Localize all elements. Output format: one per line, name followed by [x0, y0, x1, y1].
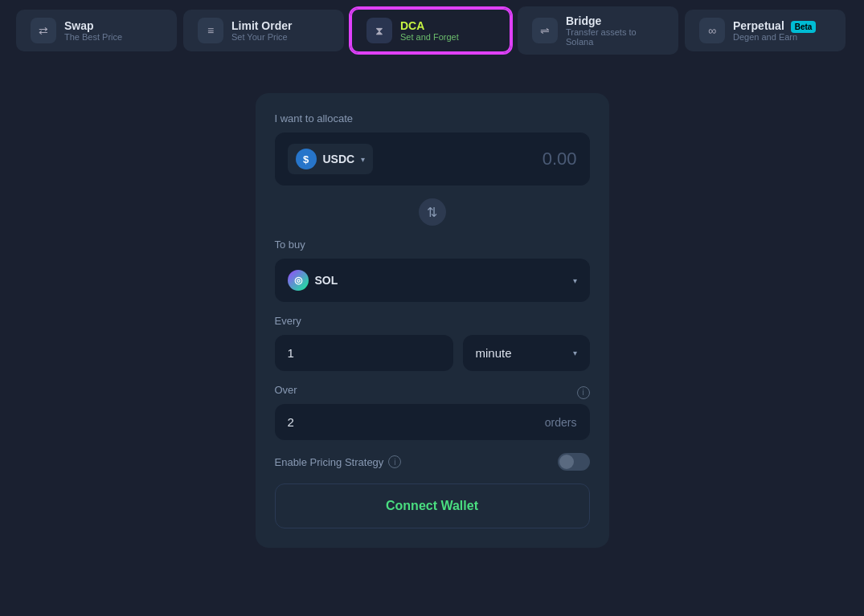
every-number-input[interactable]	[275, 335, 453, 371]
allocate-label: I want to allocate	[275, 112, 590, 124]
bridge-nav-title: Bridge	[566, 14, 664, 27]
pricing-strategy-label: Enable Pricing Strategy	[275, 456, 384, 468]
nav-item-dca[interactable]: ⧗ DCA Set and Forget	[350, 8, 511, 53]
toggle-thumb	[559, 455, 574, 469]
token-from-selector[interactable]: $ USDC ▾	[288, 144, 374, 174]
nav-item-bridge[interactable]: ⇌ Bridge Transfer assets to Solana	[518, 6, 678, 55]
token-from-chevron-icon: ▾	[361, 155, 365, 164]
main-content: I want to allocate $ USDC ▾ 0.00 ⇅ To bu…	[0, 61, 864, 580]
swap-nav-title: Swap	[64, 19, 122, 32]
token-to-name: SOL	[315, 274, 338, 287]
pricing-info-icon[interactable]: i	[388, 455, 401, 468]
top-navigation: ⇄ Swap The Best Price ≡ Limit Order Set …	[0, 0, 864, 61]
dca-nav-text: DCA Set and Forget	[400, 19, 459, 42]
dca-nav-subtitle: Set and Forget	[400, 32, 459, 42]
every-label: Every	[275, 315, 590, 327]
token-from-name: USDC	[323, 153, 355, 165]
dca-nav-title: DCA	[400, 19, 459, 32]
nav-item-swap[interactable]: ⇄ Swap The Best Price	[16, 10, 177, 51]
every-row: minute ▾	[275, 335, 590, 371]
bridge-nav-text: Bridge Transfer assets to Solana	[566, 14, 664, 47]
to-buy-section: To buy ◎ SOL ▾	[275, 239, 590, 302]
connect-wallet-label: Connect Wallet	[386, 499, 478, 512]
orders-input-row: 2 orders	[275, 404, 590, 440]
to-buy-label: To buy	[275, 239, 590, 251]
limit-order-nav-title: Limit Order	[231, 19, 292, 32]
every-section: Every minute ▾	[275, 315, 590, 371]
swap-nav-subtitle: The Best Price	[64, 32, 122, 42]
over-info-icon[interactable]: i	[577, 386, 590, 399]
usdc-icon: $	[296, 149, 317, 169]
sol-icon: ◎	[288, 270, 309, 291]
interval-selector[interactable]: minute ▾	[463, 335, 590, 371]
perpetual-icon: ∞	[699, 18, 725, 43]
token-input-row: $ USDC ▾ 0.00	[275, 133, 590, 186]
token-to-chevron-icon: ▾	[573, 276, 577, 285]
swap-nav-text: Swap The Best Price	[64, 19, 122, 42]
over-label: Over	[275, 384, 297, 396]
pricing-strategy-row: Enable Pricing Strategy i	[275, 453, 590, 471]
interval-value: minute	[476, 346, 512, 360]
bridge-nav-subtitle: Transfer assets to Solana	[566, 27, 664, 47]
limit-order-nav-subtitle: Set Your Price	[231, 32, 292, 42]
perpetual-nav-text: Perpetual Beta Degen and Earn	[733, 19, 816, 42]
dca-icon: ⧗	[366, 18, 392, 43]
orders-count[interactable]: 2	[288, 415, 294, 429]
orders-label: orders	[545, 416, 577, 429]
connect-wallet-button[interactable]: Connect Wallet	[275, 483, 590, 528]
interval-chevron-icon: ▾	[573, 349, 577, 357]
perpetual-nav-title: Perpetual Beta	[733, 19, 816, 32]
limit-order-icon: ≡	[198, 18, 223, 43]
allocate-section: I want to allocate $ USDC ▾ 0.00	[275, 112, 590, 186]
amount-input[interactable]: 0.00	[543, 149, 577, 169]
pricing-label-wrap: Enable Pricing Strategy i	[275, 455, 402, 468]
nav-item-limit-order[interactable]: ≡ Limit Order Set Your Price	[183, 10, 344, 51]
perpetual-nav-subtitle: Degen and Earn	[733, 32, 816, 42]
token-to-selector[interactable]: ◎ SOL ▾	[275, 259, 590, 302]
pricing-strategy-toggle[interactable]	[558, 453, 590, 471]
beta-badge: Beta	[791, 21, 817, 33]
over-header: Over i	[275, 384, 590, 401]
swap-arrows-icon: ⇅	[427, 205, 437, 220]
swap-icon: ⇄	[31, 18, 56, 43]
limit-order-nav-text: Limit Order Set Your Price	[231, 19, 292, 42]
nav-item-perpetual[interactable]: ∞ Perpetual Beta Degen and Earn	[685, 10, 846, 51]
swap-direction-button[interactable]: ⇅	[419, 198, 446, 226]
swap-divider: ⇅	[275, 198, 590, 226]
dca-card: I want to allocate $ USDC ▾ 0.00 ⇅ To bu…	[256, 93, 609, 548]
over-section: Over i 2 orders	[275, 384, 590, 440]
bridge-icon: ⇌	[532, 18, 558, 43]
